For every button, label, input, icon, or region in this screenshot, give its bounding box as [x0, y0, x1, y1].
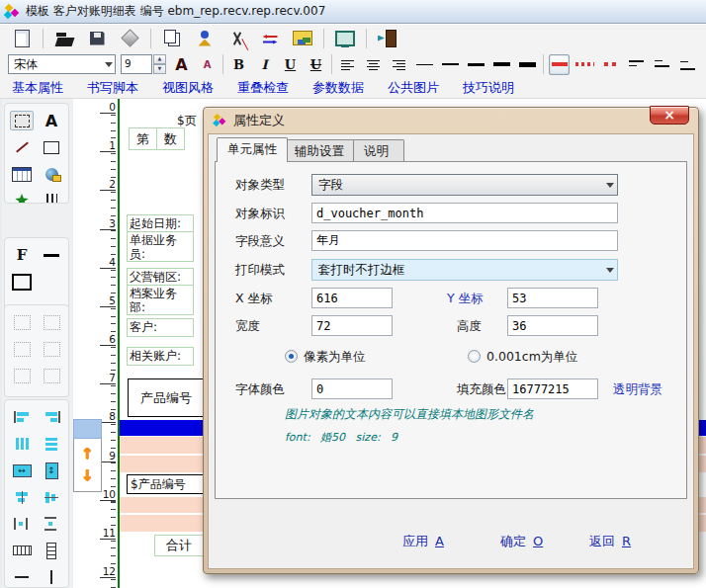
rect-tool[interactable]	[40, 137, 63, 157]
exit-icon[interactable]	[376, 28, 399, 49]
same-height-tool[interactable]	[40, 461, 63, 480]
align-right-tool[interactable]	[40, 407, 63, 427]
picture-folder-icon[interactable]	[291, 28, 314, 49]
apply-button[interactable]: 应用A	[402, 533, 444, 550]
nudge-panel-header[interactable]	[73, 419, 102, 439]
tab-description[interactable]: 说明	[353, 139, 404, 161]
field-box[interactable]: 相关账户:	[127, 347, 194, 366]
product-code-header-box[interactable]: 产品编号	[128, 378, 205, 417]
same-width-tool[interactable]	[10, 461, 34, 480]
spin-down-icon[interactable]: ▼	[153, 64, 166, 74]
x-coord-input[interactable]	[311, 288, 393, 308]
menu-item-1[interactable]: 基本属性	[12, 79, 63, 97]
line-style-dotted-button[interactable]	[574, 54, 595, 75]
field-box[interactable]: 档案业务部:	[127, 285, 194, 315]
copy-icon[interactable]	[160, 28, 184, 49]
font-family-select[interactable]: 宋体	[8, 54, 116, 74]
paste-object-icon[interactable]	[193, 28, 217, 49]
hline-tool[interactable]	[40, 245, 63, 265]
new-file-icon[interactable]	[10, 28, 34, 49]
center-v-tool[interactable]	[40, 487, 63, 507]
border-left-tool[interactable]	[10, 312, 34, 332]
increase-font-button[interactable]: A	[171, 54, 192, 75]
align-right-button[interactable]	[389, 54, 409, 75]
nudge-up-icon[interactable]: ↑	[81, 447, 94, 462]
spin-up-icon[interactable]: ▲	[153, 54, 166, 64]
field-box[interactable]: 客户:	[127, 318, 194, 337]
bold-button[interactable]: B	[228, 54, 249, 75]
header-cell[interactable]: 第	[129, 127, 157, 150]
unit-pixel-radio[interactable]	[285, 350, 298, 363]
border-right-tool[interactable]	[40, 312, 63, 332]
y-coord-input[interactable]	[507, 288, 598, 308]
transparent-bg-link[interactable]: 透明背景	[613, 381, 662, 398]
space-v-tool[interactable]	[40, 514, 63, 534]
menu-item-4[interactable]: 重叠检查	[237, 79, 289, 97]
font-size-input[interactable]: 9	[121, 54, 152, 74]
underline-top-button[interactable]	[626, 54, 647, 75]
tab-aux-settings[interactable]: 辅助设置	[284, 139, 355, 161]
object-id-input[interactable]	[311, 203, 618, 223]
line-weight-1-button[interactable]	[414, 54, 435, 75]
product-code-field-box[interactable]: $产品编号	[127, 474, 206, 494]
menu-item-6[interactable]: 公共图片	[388, 79, 439, 97]
ok-button[interactable]: 确定O	[500, 533, 543, 550]
close-button[interactable]: ×	[650, 106, 689, 125]
line-style-solid-button[interactable]	[549, 54, 570, 75]
field-box[interactable]: 单据业务员:	[127, 231, 194, 262]
object-type-select[interactable]: 字段	[311, 174, 618, 196]
vline2-tool[interactable]	[40, 567, 63, 587]
border-none-tool[interactable]	[40, 366, 63, 385]
width-input[interactable]	[311, 315, 393, 336]
italic-button[interactable]: I	[254, 54, 275, 75]
screen-icon[interactable]	[333, 28, 357, 49]
fill-color-input[interactable]	[507, 378, 598, 399]
back-button[interactable]: 返回R	[589, 533, 631, 550]
line-style-dashed-button[interactable]	[600, 54, 621, 75]
line-weight-4-button[interactable]	[491, 54, 512, 75]
menu-item-5[interactable]: 参数数据	[312, 79, 364, 97]
box-tool[interactable]	[10, 272, 34, 292]
height-input[interactable]	[507, 315, 598, 336]
font-style-tool[interactable]: F	[10, 245, 34, 265]
decrease-font-button[interactable]: A	[197, 54, 218, 75]
unit-cm-radio[interactable]	[468, 350, 481, 363]
underline-button[interactable]: U	[280, 54, 301, 75]
border-bottom-tool[interactable]	[40, 339, 63, 359]
print-mode-select[interactable]: 套打时不打边框	[311, 259, 618, 281]
align-left-button[interactable]	[337, 54, 358, 75]
hline2-tool[interactable]	[10, 567, 34, 587]
nudge-down-icon[interactable]: ↓	[81, 468, 94, 483]
strikethrough-button[interactable]: U	[306, 54, 326, 75]
menu-item-2[interactable]: 书写脚本	[87, 79, 138, 97]
print-preview-icon[interactable]	[118, 28, 141, 49]
total-label-box[interactable]: 合计	[154, 535, 204, 556]
star-tool[interactable]	[10, 191, 34, 204]
open-file-icon[interactable]	[52, 28, 76, 49]
dialog-titlebar[interactable]: 属性定义	[204, 108, 698, 133]
distribute-h-tool[interactable]	[10, 434, 34, 454]
field-box[interactable]: 起始日期:	[127, 214, 194, 232]
align-center-button[interactable]	[363, 54, 384, 75]
select-tool[interactable]	[10, 111, 34, 130]
field-box[interactable]: 父营销区:	[127, 268, 194, 286]
vlines-tool[interactable]	[40, 191, 63, 204]
field-meaning-input[interactable]	[311, 230, 618, 251]
menu-item-3[interactable]: 视图风格	[162, 79, 214, 97]
image-tool[interactable]	[40, 164, 63, 184]
space-h-tool[interactable]	[10, 514, 34, 534]
font-color-input[interactable]	[311, 378, 393, 399]
grid-cols-tool[interactable]	[10, 541, 34, 560]
underline-bottom-button[interactable]	[677, 54, 698, 75]
cut-icon[interactable]	[225, 28, 249, 49]
table-tool[interactable]	[10, 164, 34, 184]
line-weight-5-button[interactable]	[517, 54, 538, 75]
grid-rows-tool[interactable]	[40, 541, 63, 560]
header-cell[interactable]: 数	[156, 127, 185, 150]
underline-middle-button[interactable]	[652, 54, 672, 75]
menu-item-7[interactable]: 技巧说明	[463, 79, 514, 97]
line-weight-2-button[interactable]	[440, 54, 461, 75]
border-top-tool[interactable]	[10, 339, 34, 359]
tab-unit-properties[interactable]: 单元属性	[217, 137, 288, 162]
text-tool[interactable]: A	[40, 111, 63, 130]
